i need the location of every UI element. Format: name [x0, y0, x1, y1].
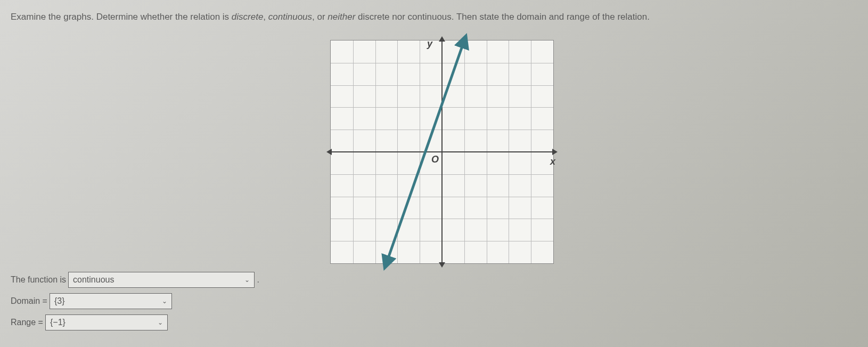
- question-prompt: Examine the graphs. Determine whether th…: [11, 11, 857, 23]
- function-type-row: The function is continuous ⌄ .: [11, 272, 259, 288]
- function-type-label: The function is: [11, 275, 66, 285]
- question-italic-neither: neither: [327, 12, 355, 22]
- answer-section: The function is continuous ⌄ . Domain = …: [11, 272, 259, 336]
- domain-value: {3}: [54, 296, 65, 306]
- question-suffix: discrete nor continuous. Then state the …: [355, 12, 650, 22]
- range-row: Range = {−1} ⌄: [11, 314, 259, 330]
- range-label: Range =: [11, 318, 43, 327]
- chevron-down-icon: ⌄: [244, 276, 250, 284]
- range-select[interactable]: {−1} ⌄: [45, 314, 168, 330]
- domain-label: Domain =: [11, 296, 47, 306]
- question-italic-continuous: continuous: [268, 12, 312, 22]
- domain-row: Domain = {3} ⌄: [11, 293, 259, 309]
- range-value: {−1}: [50, 318, 65, 327]
- coordinate-graph: y x O: [330, 40, 554, 264]
- svg-line-0: [387, 41, 464, 263]
- chevron-down-icon: ⌄: [158, 319, 163, 326]
- graph-line: [331, 41, 553, 263]
- question-sep1: ,: [263, 12, 268, 22]
- question-italic-discrete: discrete: [232, 12, 264, 22]
- question-sep2: , or: [312, 12, 327, 22]
- period: .: [255, 275, 259, 285]
- function-type-value: continuous: [73, 275, 114, 285]
- domain-select[interactable]: {3} ⌄: [50, 293, 172, 309]
- question-prefix: Examine the graphs. Determine whether th…: [11, 12, 232, 22]
- function-type-select[interactable]: continuous ⌄: [68, 272, 255, 288]
- chevron-down-icon: ⌄: [162, 297, 167, 305]
